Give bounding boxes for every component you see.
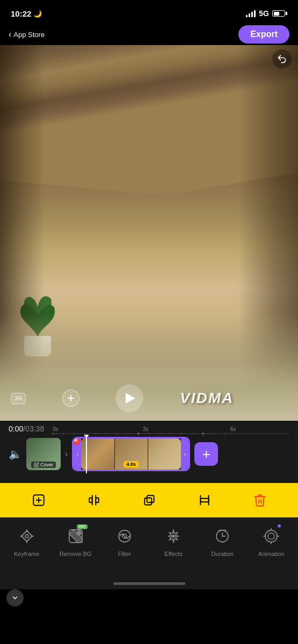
trim-left-handle[interactable]: › [65, 449, 68, 459]
add-icon [32, 493, 46, 507]
duration-icon-wrap [210, 524, 234, 548]
top-overlay [0, 45, 298, 73]
signal-bar-4 [254, 10, 256, 17]
add-clip-button[interactable]: + [194, 442, 218, 466]
effects-label: Effects [164, 551, 182, 557]
animation-icon [263, 528, 280, 545]
current-time: 0:00/03:38 [9, 425, 44, 433]
video-preview: 3/4 VIDMA [0, 45, 298, 421]
trim-action-button[interactable] [193, 489, 216, 511]
status-bar: 10:22 🌙 5G [0, 0, 298, 24]
nav-item-duration[interactable]: Duration [201, 524, 244, 557]
battery-body [272, 10, 285, 17]
keyframe-icon-wrap [15, 524, 39, 548]
remove-bg-label: Remove BG [60, 551, 92, 557]
video-controls-overlay: 3/4 VIDMA [0, 45, 298, 421]
add-action-button[interactable] [27, 489, 50, 511]
undo-button[interactable] [272, 49, 292, 69]
nav-item-effects[interactable]: Effects [152, 524, 195, 557]
svg-rect-19 [89, 498, 92, 503]
collapse-button[interactable] [6, 589, 24, 606]
animation-dot-badge [278, 524, 281, 528]
signal-bar-3 [251, 12, 253, 17]
ratio-button[interactable]: 3/4 [11, 393, 26, 404]
svg-rect-23 [200, 499, 208, 502]
battery [272, 10, 287, 17]
svg-rect-20 [96, 498, 98, 503]
try-badge: TRY [77, 524, 88, 529]
timeline-tracks: 🔈 Cover › ✕ ‹ [0, 435, 298, 473]
signal-bar-1 [246, 15, 248, 17]
add-element-button[interactable] [62, 390, 79, 407]
main-clip-track[interactable]: ✕ ‹ 4.0s › [72, 437, 190, 471]
back-button[interactable]: ‹ App Store [9, 30, 45, 39]
play-button[interactable] [115, 384, 143, 412]
delete-icon [253, 493, 267, 507]
duration-label: Duration [211, 551, 234, 557]
home-bar [113, 582, 185, 585]
network-label: 5G [259, 9, 269, 18]
nav-item-animation[interactable]: Animation [250, 524, 293, 557]
filter-icon [116, 528, 133, 545]
watermark: VIDMA [180, 390, 234, 407]
split-action-button[interactable] [83, 489, 105, 511]
clip-duration-badge: 4.0s [124, 461, 139, 467]
nav-item-keyframe[interactable]: Keyframe [5, 524, 48, 557]
status-time: 10:22 🌙 [11, 9, 42, 18]
back-label: App Store [13, 31, 45, 39]
nav-item-remove-bg[interactable]: TRY Remove BG [54, 524, 97, 557]
battery-fill [274, 12, 279, 16]
clip-right-handle[interactable]: › [181, 438, 188, 470]
keyframe-icon [18, 528, 35, 545]
split-icon [87, 493, 101, 507]
cover-track[interactable]: Cover [26, 438, 61, 470]
battery-tip [286, 12, 287, 15]
bottom-nav: Keyframe TRY Remove BG Filter [0, 517, 298, 577]
nav-bar: ‹ App Store Export [0, 24, 298, 45]
current-time-value: 0:00 [9, 425, 23, 433]
delete-action-button[interactable] [249, 489, 271, 511]
undo-icon [277, 54, 287, 64]
moon-icon: 🌙 [33, 10, 42, 18]
svg-point-33 [268, 533, 274, 539]
duplicate-action-button[interactable] [138, 489, 161, 511]
total-time-value: 03:38 [25, 425, 44, 433]
effects-icon [165, 528, 182, 545]
remove-bg-icon-wrap: TRY [64, 524, 88, 548]
signal-bar-2 [249, 13, 250, 17]
timeline-header: 0:00/03:38 0s 3s 6s [0, 421, 298, 435]
cover-text: Cover [40, 462, 53, 467]
svg-rect-21 [144, 498, 151, 505]
animation-icon-wrap [259, 524, 283, 548]
plus-icon [66, 393, 76, 403]
svg-point-27 [78, 532, 80, 534]
remove-bg-icon [67, 528, 84, 545]
play-icon [126, 393, 135, 404]
svg-point-24 [25, 535, 28, 538]
edit-icon [34, 462, 39, 467]
bottom-toolbar [0, 483, 298, 517]
duration-icon [214, 528, 231, 545]
timeline-ruler: 0s 3s 6s [53, 424, 289, 434]
nav-item-filter[interactable]: Filter [103, 524, 146, 557]
svg-point-32 [265, 530, 277, 542]
filter-label: Filter [118, 551, 131, 557]
status-right: 5G [246, 9, 287, 18]
duplicate-icon [142, 493, 156, 507]
bottom-overlay: 3/4 VIDMA [0, 378, 298, 421]
cover-label: Cover [31, 462, 56, 468]
playhead [86, 435, 87, 473]
volume-icon: 🔈 [9, 448, 22, 460]
clip-frames: 4.0s [81, 438, 181, 470]
timeline-area: 0:00/03:38 0s 3s 6s [0, 421, 298, 483]
export-button[interactable]: Export [238, 25, 289, 43]
filter-icon-wrap [113, 524, 136, 548]
svg-rect-22 [147, 495, 154, 502]
keyframe-label: Keyframe [14, 551, 39, 557]
effects-icon-wrap [162, 524, 185, 548]
signal-bars [246, 10, 256, 17]
clip-thumbnail-3 [148, 438, 181, 470]
clock: 10:22 [11, 9, 31, 18]
home-indicator [0, 577, 298, 589]
animation-label: Animation [258, 551, 285, 557]
